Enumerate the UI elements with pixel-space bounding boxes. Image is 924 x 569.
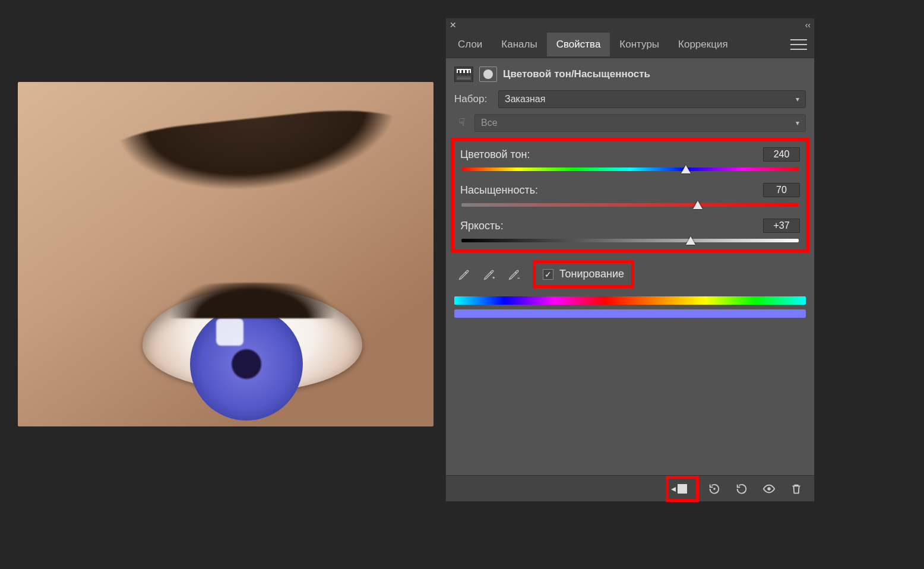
eye-iris <box>190 308 303 421</box>
preset-row: Набор: Заказная ▾ <box>454 90 806 108</box>
reset-icon[interactable] <box>730 479 754 498</box>
collapse-icon[interactable]: ‹‹ <box>805 20 811 30</box>
panel-body: Набор: Заказная ▾ ☟ Все ▾ Цветовой тон: <box>446 90 814 475</box>
panel-titlebar: ✕ ‹‹ <box>446 18 814 31</box>
panel-tabs: Слои Каналы Свойства Контуры Коррекция <box>446 31 814 58</box>
tab-adjustments[interactable]: Коррекция <box>669 33 738 56</box>
eyedropper-add-icon[interactable] <box>479 264 499 284</box>
document-canvas[interactable] <box>18 82 433 426</box>
svg-point-1 <box>767 487 771 491</box>
saturation-param: Насыщенность: <box>460 183 800 208</box>
lightness-input[interactable] <box>763 219 800 233</box>
preset-select[interactable]: Заказная ▾ <box>498 90 806 108</box>
saturation-input[interactable] <box>763 183 800 197</box>
eyedropper-row: ✓ Тонирование <box>454 260 806 288</box>
clip-to-layer-icon[interactable] <box>666 476 699 502</box>
range-value: Все <box>481 118 498 128</box>
view-previous-state-icon[interactable] <box>703 479 726 498</box>
svg-point-0 <box>713 488 716 490</box>
eyelashes <box>137 283 368 318</box>
tab-layers[interactable]: Слои <box>448 33 492 56</box>
adjustment-header: Цветовой тон/Насыщенность <box>446 58 814 90</box>
range-row: ☟ Все ▾ <box>454 114 806 132</box>
hue-saturation-icon <box>454 67 473 82</box>
lightness-label: Яркость: <box>460 220 504 232</box>
spectrum-result[interactable] <box>454 309 806 318</box>
hue-param: Цветовой тон: <box>460 147 800 172</box>
close-icon[interactable]: ✕ <box>450 20 457 30</box>
hue-label: Цветовой тон: <box>460 148 530 161</box>
saturation-label: Насыщенность: <box>460 184 538 197</box>
eyedropper-icon[interactable] <box>454 264 474 284</box>
sliders-highlight: Цветовой тон: Насыщенность: <box>451 138 809 253</box>
range-select[interactable]: Все ▾ <box>474 114 806 132</box>
colorize-checkbox[interactable]: ✓ <box>543 269 553 280</box>
eyebrow-shape <box>91 100 432 236</box>
adjustment-title: Цветовой тон/Насыщенность <box>503 68 650 80</box>
panel-footer <box>446 475 814 501</box>
hue-input[interactable] <box>763 147 800 162</box>
spectrum-bars <box>454 296 806 318</box>
delete-icon[interactable] <box>784 479 808 498</box>
lightness-slider[interactable] <box>461 238 799 244</box>
lightness-param: Яркость: <box>460 219 800 244</box>
properties-panel: ✕ ‹‹ Слои Каналы Свойства Контуры Коррек… <box>445 18 815 502</box>
target-adjust-icon[interactable]: ☟ <box>454 116 469 130</box>
layer-mask-icon[interactable] <box>479 67 497 82</box>
panel-menu-icon[interactable] <box>790 39 807 50</box>
spectrum-source[interactable] <box>454 296 806 305</box>
hue-slider[interactable] <box>461 166 799 172</box>
chevron-down-icon: ▾ <box>796 119 799 127</box>
tab-channels[interactable]: Каналы <box>492 33 546 56</box>
colorize-label: Тонирование <box>559 268 624 280</box>
colorize-highlight: ✓ Тонирование <box>533 260 634 288</box>
tab-paths[interactable]: Контуры <box>610 33 669 56</box>
chevron-down-icon: ▾ <box>796 95 799 103</box>
saturation-slider[interactable] <box>461 202 799 208</box>
preset-value: Заказная <box>505 94 545 105</box>
eyedropper-subtract-icon[interactable] <box>504 264 524 284</box>
tab-properties[interactable]: Свойства <box>547 33 610 56</box>
visibility-icon[interactable] <box>757 479 781 498</box>
preset-label: Набор: <box>454 93 492 105</box>
